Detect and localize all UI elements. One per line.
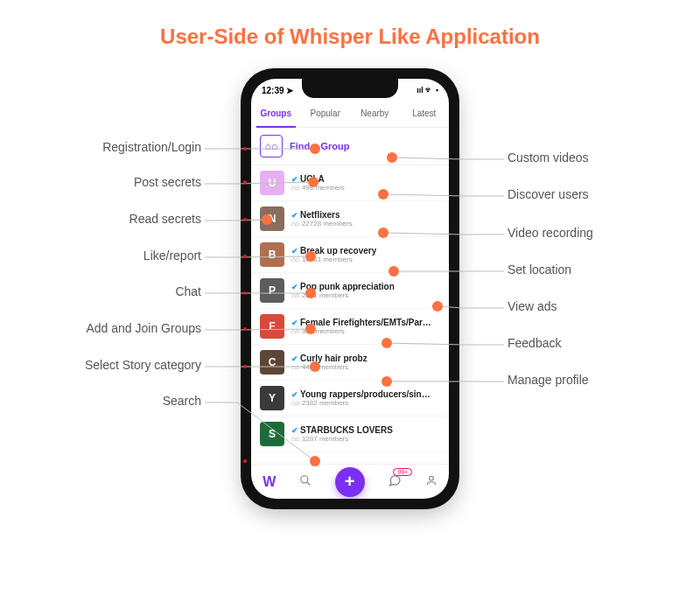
group-members: ⌂⌂ 10261 members: [291, 256, 376, 263]
group-name: ✔Curly hair probz: [291, 354, 368, 363]
list-item[interactable]: P ✔Pop punk appreciation ⌂⌂ 2641 members: [251, 273, 449, 309]
group-thumb: B: [260, 242, 284, 267]
list-item[interactable]: N ✔Netflixers ⌂⌂ 22728 members: [251, 201, 449, 237]
group-name: ✔Young rappers/producers/singers: [291, 389, 431, 399]
status-time: 12:39 ➤: [262, 86, 293, 95]
phone-notch: [302, 79, 398, 98]
feature-label-right: Discover users: [508, 187, 589, 201]
group-members: ⌂⌂ 2641 members: [291, 291, 395, 299]
group-name: ✔UCLA: [291, 174, 345, 184]
group-thumb: N: [260, 206, 284, 231]
group-members: ⌂⌂ 4460 members: [291, 363, 368, 371]
nav-profile-icon[interactable]: [425, 474, 438, 489]
find-group-label: Find a Group: [290, 141, 349, 151]
page-title: User-Side of Whisper Like Application: [0, 0, 700, 49]
feature-label-left: Post secrets: [134, 175, 201, 189]
group-name: ✔Pop punk appreciation: [291, 282, 395, 291]
group-members: ⌂⌂ 921 members: [291, 327, 431, 335]
feature-label-left: Like/report: [144, 248, 201, 262]
group-thumb: P: [260, 278, 284, 303]
group-list: U ✔UCLA ⌂⌂ 498 members N ✔Netflixers ⌂⌂ …: [251, 165, 449, 464]
status-right-icons: ııl ᯤ ▪: [416, 86, 438, 94]
list-item[interactable]: C ✔Curly hair probz ⌂⌂ 4460 members: [251, 345, 449, 381]
svg-point-2: [429, 476, 433, 480]
tab-popular[interactable]: Popular: [301, 102, 351, 127]
feature-label-right: Video recording: [508, 226, 593, 240]
group-name: ✔Break up recovery: [291, 246, 376, 256]
feature-label-left: Registration/Login: [102, 140, 201, 154]
tab-nearby[interactable]: Nearby: [350, 102, 400, 127]
nav-chat-icon[interactable]: 99+: [388, 473, 402, 490]
feature-label-right: View ads: [508, 299, 557, 313]
feature-label-right: Manage profile: [508, 373, 589, 387]
nav-search-icon[interactable]: [299, 474, 312, 489]
phone-frame: 12:39 ➤ ııl ᯤ ▪ GroupsPopularNearbyLates…: [242, 70, 458, 508]
group-thumb: F: [260, 314, 284, 339]
group-name: ✔STARBUCKS LOVERS: [291, 425, 393, 435]
list-item[interactable]: U ✔UCLA ⌂⌂ 498 members: [251, 165, 449, 201]
svg-line-1: [307, 482, 311, 486]
feature-label-left: Read secrets: [130, 212, 201, 226]
feature-label-left: Search: [163, 394, 201, 408]
feature-label-right: Feedback: [508, 336, 561, 350]
group-members: ⌂⌂ 22728 members: [291, 220, 353, 228]
tab-bar: GroupsPopularNearbyLatest: [251, 102, 449, 128]
group-name: ✔Netflixers: [291, 210, 353, 220]
group-thumb: U: [260, 171, 284, 195]
tab-groups[interactable]: Groups: [251, 102, 301, 127]
phone-screen: 12:39 ➤ ııl ᯤ ▪ GroupsPopularNearbyLates…: [251, 79, 449, 499]
list-item[interactable]: B ✔Break up recovery ⌂⌂ 10261 members: [251, 237, 449, 273]
create-post-button[interactable]: +: [335, 467, 365, 497]
group-name: ✔Female Firefighters/EMTs/Paramed...: [291, 318, 431, 327]
feature-label-right: Set location: [508, 262, 571, 276]
feature-label-left: Select Story category: [85, 358, 201, 372]
group-members: ⌂⌂ 2382 members: [291, 399, 431, 407]
svg-point-0: [301, 476, 308, 483]
nav-home-icon[interactable]: W: [262, 474, 276, 490]
list-item[interactable]: F ✔Female Firefighters/EMTs/Paramed... ⌂…: [251, 309, 449, 345]
feature-label-left: Add and Join Groups: [86, 321, 201, 335]
find-group-row[interactable]: ⌂⌂ Find a Group: [251, 128, 449, 165]
bottom-nav: W + 99+: [251, 464, 449, 499]
group-thumb: S: [260, 422, 284, 446]
group-thumb: C: [260, 350, 284, 374]
chat-badge: 99+: [393, 468, 412, 476]
group-members: ⌂⌂ 498 members: [291, 184, 345, 192]
group-thumb: Y: [260, 386, 284, 410]
feature-label-right: Custom videos: [508, 150, 589, 164]
tab-latest[interactable]: Latest: [400, 102, 450, 127]
group-members: ⌂⌂ 1287 members: [291, 435, 393, 443]
list-item[interactable]: S ✔STARBUCKS LOVERS ⌂⌂ 1287 members: [251, 416, 449, 452]
feature-label-left: Chat: [175, 284, 201, 298]
list-item[interactable]: Y ✔Young rappers/producers/singers ⌂⌂ 23…: [251, 381, 449, 416]
group-icon: ⌂⌂: [260, 135, 283, 158]
